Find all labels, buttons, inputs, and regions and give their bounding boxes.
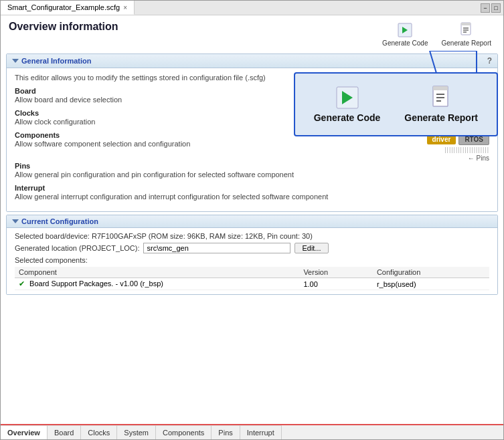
tab-label: Smart_Configurator_Example.scfg (7, 3, 120, 11)
tab-components[interactable]: Components (156, 425, 212, 439)
tab-clocks[interactable]: Clocks (81, 425, 117, 439)
device-line: Selected board/device: R7F100GAFxSP (ROM… (15, 232, 489, 240)
col-configuration: Configuration (373, 267, 489, 278)
generate-report-button[interactable]: Generate Report (438, 21, 496, 48)
comp-version-cell: 1.00 (299, 278, 373, 290)
pins-desc: Allow general pin configuration and pin … (15, 171, 489, 179)
edit-button[interactable]: Edit... (295, 243, 328, 253)
chip-lines: |||||||||||||||||||| (444, 146, 489, 153)
selected-components-label: Selected components: (15, 256, 489, 264)
table-row: ✔ Board Support Packages. - v1.00 (r_bsp… (15, 278, 489, 290)
col-version: Version (299, 267, 373, 278)
comp-name-cell: ✔ Board Support Packages. - v1.00 (r_bsp… (15, 278, 299, 290)
general-info-header[interactable]: General Information ? (7, 54, 497, 68)
svg-rect-3 (461, 23, 471, 25)
comp-name: Board Support Packages. - v1.00 (r_bsp) (29, 280, 163, 288)
info-interrupt: Interrupt Allow general interrupt config… (15, 184, 489, 201)
current-config-section: Current Configuration Selected board/dev… (6, 215, 498, 295)
popup-report-label: Generate Report (404, 112, 478, 123)
main-window: Smart_Configurator_Example.scfg × − □ Ov… (0, 0, 504, 440)
page-header: Overview information Generate Code (1, 15, 503, 51)
general-info-title: General Information (21, 57, 92, 65)
tab-interrupt[interactable]: Interrupt (240, 425, 282, 439)
current-config-title: Current Configuration (21, 217, 98, 225)
page-title: Overview information (9, 21, 118, 33)
main-content: General Information ? This editor allows… (1, 51, 503, 424)
bottom-tabs: Overview Board Clocks System Components … (1, 424, 503, 439)
popup-generate-code-btn[interactable]: Generate Code (309, 83, 386, 126)
table-header-row: Component Version Configuration (15, 267, 489, 278)
tab-overview[interactable]: Overview (1, 425, 48, 439)
maximize-button[interactable]: □ (491, 3, 501, 13)
info-pins: Pins Allow general pin configuration and… (15, 162, 489, 179)
main-tab[interactable]: Smart_Configurator_Example.scfg × (1, 1, 135, 15)
toolbar-buttons: Generate Code Generate Report (378, 21, 495, 48)
interrupt-label: Interrupt (15, 184, 489, 192)
tab-pins[interactable]: Pins (212, 425, 240, 439)
pins-label-item: Pins (15, 162, 489, 170)
popup-code-label: Generate Code (314, 112, 381, 123)
generate-code-icon (397, 22, 413, 38)
tab-system[interactable]: System (117, 425, 156, 439)
tab-board[interactable]: Board (48, 425, 81, 439)
location-label: Generated location (PROJECT_LOC): (15, 244, 139, 252)
window-controls: − □ (481, 3, 503, 13)
table-body: ✔ Board Support Packages. - v1.00 (r_bsp… (15, 278, 489, 290)
popup-overlay: Generate Code Generate Report (294, 72, 498, 136)
popup-report-icon (429, 86, 453, 110)
tab-bar: Smart_Configurator_Example.scfg × − □ (1, 1, 503, 15)
interrupt-desc: Allow general interrupt configuration an… (15, 193, 489, 201)
popup-generate-report-btn[interactable]: Generate Report (399, 83, 483, 126)
current-config-header[interactable]: Current Configuration (7, 215, 497, 228)
location-input[interactable] (143, 243, 290, 253)
minimize-button[interactable]: − (481, 3, 490, 13)
col-component: Component (15, 267, 299, 278)
generate-report-icon (458, 22, 475, 38)
generate-code-label: Generate Code (382, 39, 428, 47)
collapse-icon (12, 59, 19, 63)
generate-code-button[interactable]: Generate Code (378, 21, 432, 48)
components-table: Component Version Configuration ✔ Board … (15, 267, 489, 290)
check-icon: ✔ (19, 280, 25, 288)
location-row: Generated location (PROJECT_LOC): Edit..… (15, 243, 489, 253)
help-icon[interactable]: ? (487, 56, 492, 66)
current-config-content: Selected board/device: R7F100GAFxSP (ROM… (7, 228, 497, 294)
svg-rect-13 (433, 86, 448, 90)
components-desc: Allow software component selection and c… (15, 140, 382, 148)
tab-close-icon[interactable]: × (123, 4, 127, 11)
popup-code-icon (335, 86, 359, 110)
collapse-config-icon (12, 219, 19, 223)
generate-report-label: Generate Report (442, 39, 492, 47)
comp-config-cell: r_bsp(used) (373, 278, 489, 290)
table-header: Component Version Configuration (15, 267, 489, 278)
pins-label: ← Pins (468, 154, 489, 162)
